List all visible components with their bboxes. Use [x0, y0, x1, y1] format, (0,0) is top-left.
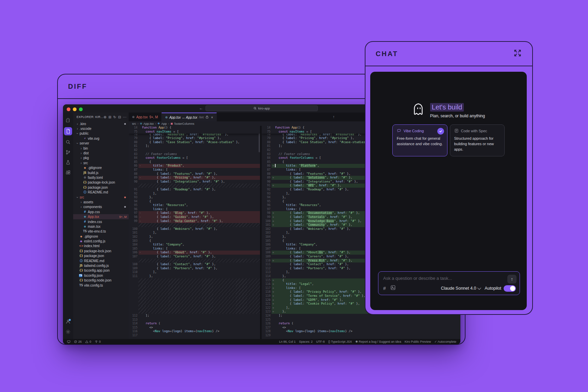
diff-line[interactable]	[129, 306, 260, 310]
tree-item[interactable]: ›#App.css	[73, 209, 129, 214]
explorer-icon[interactable]	[63, 125, 73, 137]
diff-line[interactable]: 113	[129, 318, 260, 322]
tree-item[interactable]: ›◆.gitignore	[73, 234, 129, 239]
problems-warnings[interactable]: 0	[85, 340, 91, 343]
extensions-icon[interactable]	[63, 168, 73, 178]
chat-input-box[interactable]: Ask a question or describe a task... ↑ #…	[378, 271, 520, 295]
diff-line[interactable]: 128 <Nav logo={logo} items={navItems} />	[262, 329, 460, 334]
tree-item[interactable]: ›ⓘREADME.md	[73, 258, 129, 263]
diff-line[interactable]: 103 {	[129, 239, 260, 243]
minimize-window-icon[interactable]	[73, 107, 77, 111]
command-center-search[interactable]: kiro-app	[206, 105, 318, 111]
tree-item[interactable]: ›JSbuild.js	[73, 170, 129, 175]
status-item[interactable]: Spaces: 2	[299, 340, 313, 343]
diff-line[interactable]: 106- { label: "About", href: "#" },	[129, 251, 260, 255]
kiro-ghost-icon[interactable]	[63, 115, 73, 125]
tree-item[interactable]: ›{}package.json	[73, 185, 129, 190]
expand-icon[interactable]	[513, 49, 522, 59]
diff-line[interactable]: 89- { label: "Pricing", href: "#" },	[129, 176, 260, 180]
diff-line[interactable]	[129, 223, 260, 227]
diff-line[interactable]: 81 ];	[129, 144, 260, 148]
diff-line[interactable]: 83 // Footer columns	[129, 152, 260, 156]
tree-item[interactable]: ›<>index.html	[73, 244, 129, 249]
tree-item[interactable]: ›.kiro	[73, 121, 129, 126]
diff-line[interactable]: 82	[129, 148, 260, 152]
diff-line[interactable]: 92 ],	[129, 192, 260, 196]
diff-line[interactable]: 102 },	[129, 235, 260, 239]
tree-item[interactable]: ›{}tsconfig.app.json	[73, 268, 129, 273]
tree-item[interactable]: ›bin	[73, 146, 129, 151]
tree-item[interactable]: ›⊛App.tsx9+, M	[73, 214, 129, 219]
diff-line[interactable]: 85 {	[129, 160, 260, 164]
diff-line[interactable]: 125	[262, 318, 460, 322]
search-icon[interactable]	[63, 137, 73, 147]
tree-item[interactable]: ›dist	[73, 151, 129, 155]
debug-icon[interactable]	[63, 157, 73, 168]
diff-line[interactable]: 107 { label: "Careers", href: "#" },	[129, 255, 260, 259]
tree-item[interactable]: ›pkg	[73, 156, 129, 160]
open-changes-icon[interactable]: ↑	[333, 115, 335, 119]
status-item[interactable]: ✓ Autocomplete	[434, 340, 456, 343]
zoom-window-icon[interactable]	[79, 107, 83, 111]
remote-window-icon[interactable]	[67, 340, 70, 343]
status-item[interactable]: Kiro Public Preview	[405, 340, 431, 343]
diff-line[interactable]: 95 title: "Resources",	[129, 203, 260, 207]
card-code-with-spec[interactable]: Code with Spec Structured approach for b…	[450, 124, 505, 156]
diff-line[interactable]: 108 { label: "Contact", href: "#" },	[129, 262, 260, 267]
new-folder-icon[interactable]: ⊞	[108, 115, 111, 119]
diff-line[interactable]	[129, 298, 260, 302]
diff-line[interactable]	[129, 290, 260, 294]
tree-item[interactable]: ›◉eslint.config.js	[73, 239, 129, 243]
tree-item[interactable]: ›{}tsconfig.node.json	[73, 278, 129, 283]
traffic-lights[interactable]	[67, 106, 83, 113]
source-control-icon[interactable]	[63, 147, 73, 157]
account-icon[interactable]	[63, 317, 73, 327]
diff-line[interactable]: 78 { label: "Resources", href: "#resourc…	[129, 134, 260, 136]
diff-line[interactable]: 91 { label: "Roadmap", href: "#" },	[129, 188, 260, 192]
diff-line[interactable]: 75 const navItems = [	[129, 130, 260, 134]
diff-line[interactable]: 112 ];	[129, 314, 260, 318]
diff-line[interactable]	[129, 282, 260, 286]
diff-line[interactable]: 90 { label: "Integrations", href: "#" },	[129, 180, 260, 184]
diff-line[interactable]: 104 title: "Company",	[129, 243, 260, 247]
tree-item[interactable]: ›#index.css	[73, 219, 129, 224]
ports-broadcast-icon[interactable]: 0	[95, 340, 101, 343]
tree-item[interactable]: ›JStailwind.config.js	[73, 263, 129, 268]
autopilot-toggle[interactable]	[504, 285, 516, 292]
tree-item[interactable]: ›.vscode	[73, 126, 129, 131]
diff-line[interactable]: 109 { label: "Partners", href: "#" },	[129, 267, 260, 271]
diff-line[interactable]: 110 ],	[129, 270, 260, 274]
status-item[interactable]: ✱ Report a bug / Suggest an idea	[355, 340, 401, 343]
diff-line[interactable]: 127 <>	[262, 326, 460, 330]
diff-line[interactable]	[129, 310, 260, 314]
diff-line[interactable]: 115 <>	[129, 326, 260, 330]
send-button[interactable]: ↑	[507, 275, 517, 284]
diff-line[interactable]	[129, 294, 260, 298]
diff-line[interactable]: 126 return (	[262, 322, 460, 326]
tree-item[interactable]: ›components	[73, 205, 129, 209]
refresh-icon[interactable]: ↻	[113, 115, 116, 119]
diff-line[interactable]: 79 { label: "Pricing", href: "#pricing" …	[129, 136, 260, 140]
close-tab-icon[interactable]: ×	[211, 116, 213, 119]
status-item[interactable]: Ln 86, Col 1	[279, 340, 296, 343]
close-window-icon[interactable]	[67, 107, 70, 111]
diff-line[interactable]: 14function App() {	[129, 126, 260, 130]
diff-line[interactable]	[129, 286, 260, 290]
diff-line[interactable]	[129, 278, 260, 283]
diff-line[interactable]: 129	[262, 334, 460, 338]
diff-line[interactable]: 105 links: [	[129, 247, 260, 251]
problems-errors[interactable]: 26	[74, 340, 82, 343]
diff-line[interactable]: 88 { label: "Features", href: "#" },	[129, 172, 260, 176]
tree-item[interactable]: ›⊛main.tsx	[73, 224, 129, 229]
tree-item[interactable]: ›TStsconfig.json	[73, 273, 129, 278]
collapse-icon[interactable]: ⊟	[118, 115, 121, 119]
new-file-icon[interactable]: ⊕	[103, 115, 107, 119]
diff-line[interactable]: 87 links: [	[129, 168, 260, 172]
context-hash-icon[interactable]: #	[383, 286, 386, 291]
tree-item[interactable]: ›TSvite.config.ts	[73, 283, 129, 288]
status-item[interactable]: UTF-8	[316, 340, 325, 343]
tree-item[interactable]: ›⚙fastly.toml	[73, 175, 129, 180]
diff-line[interactable]: 100 { label: "Webinars", href: "#" },	[129, 227, 260, 231]
tree-item[interactable]: ›server	[73, 141, 129, 146]
tree-item[interactable]: ›src	[73, 195, 129, 200]
